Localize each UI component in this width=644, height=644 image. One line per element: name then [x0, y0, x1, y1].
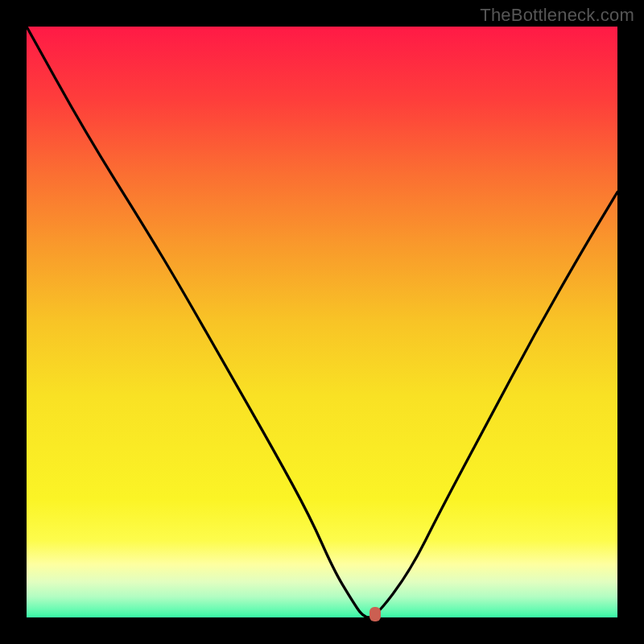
curve-layer: [27, 27, 617, 617]
plot-area: [27, 27, 617, 617]
optimal-marker: [369, 607, 381, 621]
bottleneck-curve: [27, 27, 617, 617]
watermark-text: TheBottleneck.com: [480, 5, 634, 26]
